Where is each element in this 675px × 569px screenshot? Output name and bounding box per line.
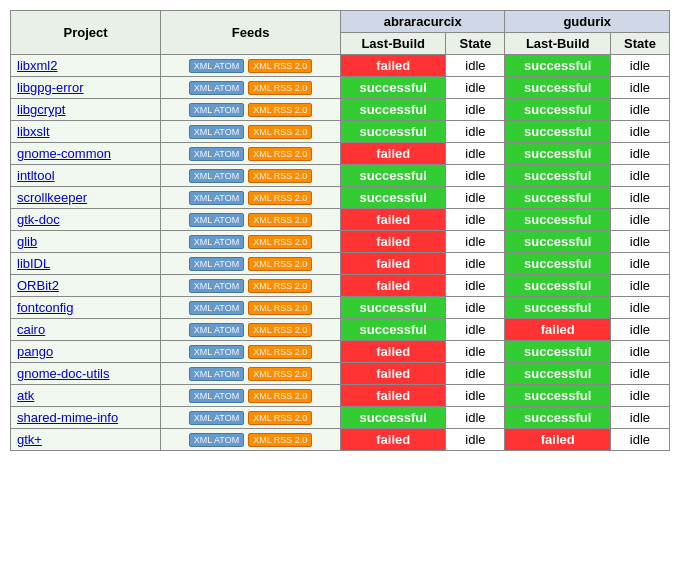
project-link[interactable]: atk (17, 388, 34, 403)
project-link[interactable]: pango (17, 344, 53, 359)
project-cell: gtk-doc (11, 209, 161, 231)
atom-feed-button[interactable]: XML ATOM (189, 213, 244, 227)
gu-build-status: successful (505, 187, 611, 209)
project-link[interactable]: libgcrypt (17, 102, 65, 117)
atom-feed-button[interactable]: XML ATOM (189, 323, 244, 337)
feeds-cell: XML ATOMXML RSS 2.0 (161, 143, 341, 165)
build-status-table: Project Feeds abraracurcix gudurix Last-… (10, 10, 670, 451)
ab-state-status: idle (446, 121, 505, 143)
project-cell: ORBit2 (11, 275, 161, 297)
gu-build-status: successful (505, 407, 611, 429)
atom-feed-button[interactable]: XML ATOM (189, 345, 244, 359)
ab-state-status: idle (446, 429, 505, 451)
project-link[interactable]: cairo (17, 322, 45, 337)
gu-build-status: successful (505, 55, 611, 77)
project-link[interactable]: ORBit2 (17, 278, 59, 293)
rss-feed-button[interactable]: XML RSS 2.0 (248, 213, 312, 227)
atom-feed-button[interactable]: XML ATOM (189, 169, 244, 183)
rss-feed-button[interactable]: XML RSS 2.0 (248, 433, 312, 447)
atom-feed-button[interactable]: XML ATOM (189, 125, 244, 139)
rss-feed-button[interactable]: XML RSS 2.0 (248, 235, 312, 249)
rss-feed-button[interactable]: XML RSS 2.0 (248, 389, 312, 403)
ab-build-status: successful (340, 187, 446, 209)
gu-state-status: idle (610, 143, 669, 165)
ab-state-header: State (446, 33, 505, 55)
atom-feed-button[interactable]: XML ATOM (189, 257, 244, 271)
project-cell: cairo (11, 319, 161, 341)
project-link[interactable]: gtk-doc (17, 212, 60, 227)
project-cell: shared-mime-info (11, 407, 161, 429)
ab-build-status: failed (340, 253, 446, 275)
rss-feed-button[interactable]: XML RSS 2.0 (248, 147, 312, 161)
project-cell: libxslt (11, 121, 161, 143)
atom-feed-button[interactable]: XML ATOM (189, 367, 244, 381)
rss-feed-button[interactable]: XML RSS 2.0 (248, 279, 312, 293)
ab-state-status: idle (446, 143, 505, 165)
gu-state-status: idle (610, 319, 669, 341)
feeds-cell: XML ATOMXML RSS 2.0 (161, 341, 341, 363)
atom-feed-button[interactable]: XML ATOM (189, 301, 244, 315)
rss-feed-button[interactable]: XML RSS 2.0 (248, 411, 312, 425)
gu-build-status: successful (505, 77, 611, 99)
atom-feed-button[interactable]: XML ATOM (189, 191, 244, 205)
ab-build-status: failed (340, 385, 446, 407)
rss-feed-button[interactable]: XML RSS 2.0 (248, 301, 312, 315)
feeds-cell: XML ATOMXML RSS 2.0 (161, 319, 341, 341)
project-link[interactable]: scrollkeeper (17, 190, 87, 205)
ab-build-status: failed (340, 143, 446, 165)
gu-state-header: State (610, 33, 669, 55)
gu-last-build-header: Last-Build (505, 33, 611, 55)
atom-feed-button[interactable]: XML ATOM (189, 411, 244, 425)
gu-state-status: idle (610, 341, 669, 363)
ab-build-status: successful (340, 165, 446, 187)
gu-state-status: idle (610, 253, 669, 275)
project-link[interactable]: libgpg-error (17, 80, 83, 95)
feeds-cell: XML ATOMXML RSS 2.0 (161, 55, 341, 77)
rss-feed-button[interactable]: XML RSS 2.0 (248, 81, 312, 95)
project-link[interactable]: fontconfig (17, 300, 73, 315)
ab-state-status: idle (446, 165, 505, 187)
rss-feed-button[interactable]: XML RSS 2.0 (248, 257, 312, 271)
project-cell: atk (11, 385, 161, 407)
gu-build-status: successful (505, 385, 611, 407)
atom-feed-button[interactable]: XML ATOM (189, 235, 244, 249)
rss-feed-button[interactable]: XML RSS 2.0 (248, 169, 312, 183)
atom-feed-button[interactable]: XML ATOM (189, 389, 244, 403)
project-link[interactable]: libxslt (17, 124, 50, 139)
gu-state-status: idle (610, 121, 669, 143)
project-link[interactable]: intltool (17, 168, 55, 183)
project-cell: gtk+ (11, 429, 161, 451)
project-cell: gnome-doc-utils (11, 363, 161, 385)
rss-feed-button[interactable]: XML RSS 2.0 (248, 125, 312, 139)
project-link[interactable]: libIDL (17, 256, 50, 271)
atom-feed-button[interactable]: XML ATOM (189, 433, 244, 447)
ab-state-status: idle (446, 209, 505, 231)
ab-build-status: successful (340, 77, 446, 99)
rss-feed-button[interactable]: XML RSS 2.0 (248, 103, 312, 117)
atom-feed-button[interactable]: XML ATOM (189, 81, 244, 95)
project-link[interactable]: libxml2 (17, 58, 57, 73)
project-link[interactable]: glib (17, 234, 37, 249)
gu-state-status: idle (610, 165, 669, 187)
gu-state-status: idle (610, 231, 669, 253)
project-link[interactable]: gtk+ (17, 432, 42, 447)
ab-state-status: idle (446, 231, 505, 253)
atom-feed-button[interactable]: XML ATOM (189, 147, 244, 161)
project-cell: libgcrypt (11, 99, 161, 121)
gu-state-status: idle (610, 385, 669, 407)
abraracurcix-header: abraracurcix (340, 11, 505, 33)
rss-feed-button[interactable]: XML RSS 2.0 (248, 345, 312, 359)
project-link[interactable]: gnome-doc-utils (17, 366, 110, 381)
project-link[interactable]: shared-mime-info (17, 410, 118, 425)
atom-feed-button[interactable]: XML ATOM (189, 59, 244, 73)
rss-feed-button[interactable]: XML RSS 2.0 (248, 59, 312, 73)
project-link[interactable]: gnome-common (17, 146, 111, 161)
rss-feed-button[interactable]: XML RSS 2.0 (248, 367, 312, 381)
ab-build-status: failed (340, 341, 446, 363)
rss-feed-button[interactable]: XML RSS 2.0 (248, 191, 312, 205)
atom-feed-button[interactable]: XML ATOM (189, 103, 244, 117)
gu-state-status: idle (610, 209, 669, 231)
gu-build-status: failed (505, 319, 611, 341)
atom-feed-button[interactable]: XML ATOM (189, 279, 244, 293)
rss-feed-button[interactable]: XML RSS 2.0 (248, 323, 312, 337)
